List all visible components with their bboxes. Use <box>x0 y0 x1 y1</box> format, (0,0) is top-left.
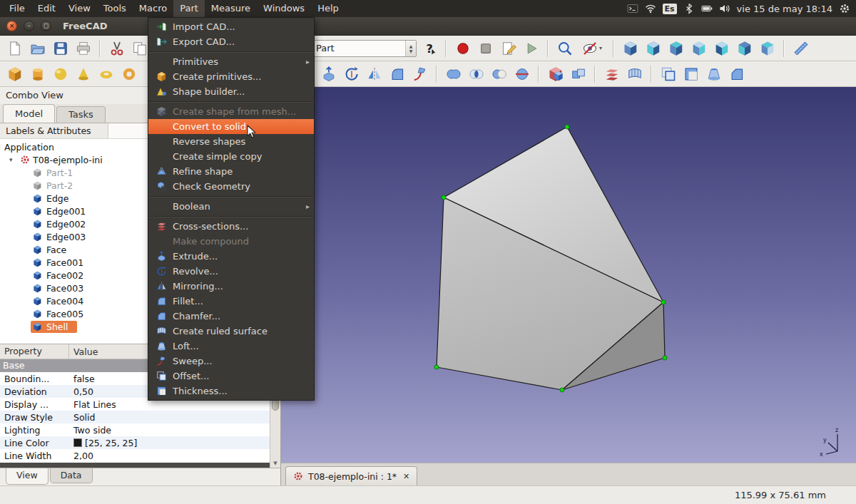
menu-item-chamfer[interactable]: Chamfer... <box>148 309 314 324</box>
expander-icon[interactable]: ▾ <box>9 156 17 163</box>
part-fillet-button[interactable] <box>387 63 407 84</box>
window-close-button[interactable]: × <box>6 21 17 31</box>
menu-item-thickness[interactable]: Thickness... <box>148 384 314 398</box>
tab-close-icon[interactable]: ✕ <box>403 472 409 481</box>
tab-tasks[interactable]: Tasks <box>56 106 106 123</box>
menubar-item-edit[interactable]: Edit <box>31 0 62 17</box>
part-compound-button[interactable] <box>545 63 566 84</box>
menu-item-create-simple-copy[interactable]: Create simple copy <box>148 149 314 164</box>
menu-item-check-geometry[interactable]: Check Geometry <box>148 179 314 194</box>
part-torus-button[interactable] <box>96 63 116 84</box>
menu-item-loft[interactable]: Loft... <box>148 339 314 354</box>
view-axonometric-button[interactable] <box>620 38 641 58</box>
clock-label[interactable]: vie 15 de may 18:14 <box>737 4 832 14</box>
new-file-button[interactable] <box>4 38 25 58</box>
solid-shape[interactable] <box>281 87 856 463</box>
part-revolve-button[interactable] <box>341 63 362 84</box>
bluetooth-icon[interactable] <box>683 3 695 14</box>
menubar-item-tools[interactable]: Tools <box>97 0 133 17</box>
part-extrude-button[interactable] <box>318 63 339 84</box>
part-chamfer-button[interactable] <box>726 63 747 84</box>
menubar-item-view[interactable]: View <box>62 0 97 17</box>
property-value[interactable]: Solid <box>69 412 95 423</box>
save-button[interactable] <box>50 38 71 58</box>
draw-style-button[interactable]: ▾ <box>577 38 607 58</box>
part-sweep-button[interactable] <box>409 63 430 84</box>
menu-item-create-shape-from-mesh[interactable]: Create shape from mesh... <box>148 104 314 119</box>
tab-data[interactable]: Data <box>50 468 93 483</box>
wifi-icon[interactable] <box>645 3 656 14</box>
boolean-section-button[interactable] <box>511 63 532 84</box>
property-row[interactable]: Line Color[25, 25, 25] <box>0 436 270 449</box>
part-join-button[interactable] <box>568 63 588 84</box>
property-row[interactable]: Line Width2,00 <box>0 449 270 462</box>
menubar-item-help[interactable]: Help <box>311 0 345 17</box>
scroll-down-arrow[interactable]: ▼ <box>270 459 280 468</box>
menu-item-export-cad[interactable]: Export CAD... <box>148 34 314 49</box>
part-cross-sections-button[interactable] <box>601 63 622 84</box>
part-offset-button[interactable] <box>658 63 678 84</box>
boolean-union-button[interactable] <box>443 63 464 84</box>
macro-record-button[interactable] <box>452 38 473 58</box>
zoom-fit-button[interactable] <box>554 38 575 58</box>
whats-this-button[interactable]: ? <box>419 38 439 58</box>
menu-item-shape-builder[interactable]: Shape builder... <box>148 84 314 99</box>
menu-item-sweep[interactable]: Sweep... <box>148 354 314 369</box>
terminal-icon[interactable] <box>627 3 638 14</box>
3d-viewport[interactable]: z y x <box>281 87 856 463</box>
property-value[interactable]: 2,00 <box>69 451 93 461</box>
menu-item-create-ruled-surface[interactable]: Create ruled surface <box>148 324 314 339</box>
window-minimize-button[interactable]: – <box>24 21 34 31</box>
document-tab[interactable]: T08-ejemplo-ini : 1* ✕ <box>285 466 417 485</box>
menu-item-import-cad[interactable]: Import CAD... <box>148 19 314 34</box>
menu-item-mirroring[interactable]: Mirroring... <box>148 279 314 294</box>
menu-item-reverse-shapes[interactable]: Reverse shapes <box>148 134 314 149</box>
menubar-item-macro[interactable]: Macro <box>133 0 173 17</box>
macro-stop-button[interactable] <box>475 38 496 58</box>
view-left-button[interactable] <box>757 38 778 58</box>
workbench-selector[interactable]: Part▲▼ <box>310 40 417 57</box>
part-loft-button[interactable] <box>703 63 724 84</box>
open-file-button[interactable] <box>27 38 48 58</box>
menubar-item-part[interactable]: Part <box>173 0 205 17</box>
part-mirror-button[interactable] <box>364 63 384 84</box>
menu-item-offset[interactable]: Offset... <box>148 369 314 384</box>
menu-item-convert-to-solid[interactable]: Convert to solid <box>148 119 314 134</box>
view-right-button[interactable] <box>688 38 709 58</box>
property-value[interactable]: 0,50 <box>69 386 93 397</box>
print-button[interactable] <box>73 38 93 58</box>
window-title-bar[interactable]: × – ◻ FreeCAD <box>0 17 856 36</box>
property-row[interactable]: LightingTwo side <box>0 423 270 436</box>
menu-item-fillet[interactable]: Fillet... <box>148 294 314 309</box>
menubar-item-file[interactable]: File <box>3 0 31 17</box>
part-cone-button[interactable] <box>73 63 93 84</box>
view-rear-button[interactable] <box>711 38 732 58</box>
property-value[interactable]: [25, 25, 25] <box>69 438 137 448</box>
menu-item-refine-shape[interactable]: Refine shape <box>148 164 314 179</box>
part-thickness-button[interactable] <box>681 63 701 84</box>
part-cylinder-button[interactable] <box>27 63 48 84</box>
combo-spin-buttons[interactable]: ▲▼ <box>405 41 416 56</box>
menu-item-boolean[interactable]: Boolean▸ <box>148 199 314 214</box>
cut-button[interactable] <box>106 38 127 58</box>
tab-model[interactable]: Model <box>3 104 55 123</box>
menubar-item-windows[interactable]: Windows <box>257 0 311 17</box>
part-tube-button[interactable] <box>118 63 139 84</box>
menubar-item-measure[interactable]: Measure <box>205 0 257 17</box>
menu-item-extrude[interactable]: Extrude... <box>148 249 314 264</box>
view-front-button[interactable] <box>643 38 663 58</box>
tab-view[interactable]: View <box>6 468 49 485</box>
macro-edit-button[interactable] <box>498 38 519 58</box>
volume-icon[interactable] <box>719 3 730 14</box>
copy-button[interactable] <box>129 38 150 58</box>
macro-play-button[interactable] <box>521 38 541 58</box>
menu-item-revolve[interactable]: Revolve... <box>148 264 314 279</box>
battery-icon[interactable] <box>701 3 713 14</box>
session-gear-icon[interactable] <box>839 3 850 14</box>
menu-item-cross-sections[interactable]: Cross-sections... <box>148 219 314 234</box>
menu-item-make-compound[interactable]: Make compound <box>148 234 314 249</box>
measure-linear-button[interactable] <box>790 38 811 58</box>
part-sphere-button[interactable] <box>50 63 71 84</box>
part-ruled-surface-button[interactable] <box>624 63 645 84</box>
property-row[interactable]: Draw StyleSolid <box>0 411 270 423</box>
